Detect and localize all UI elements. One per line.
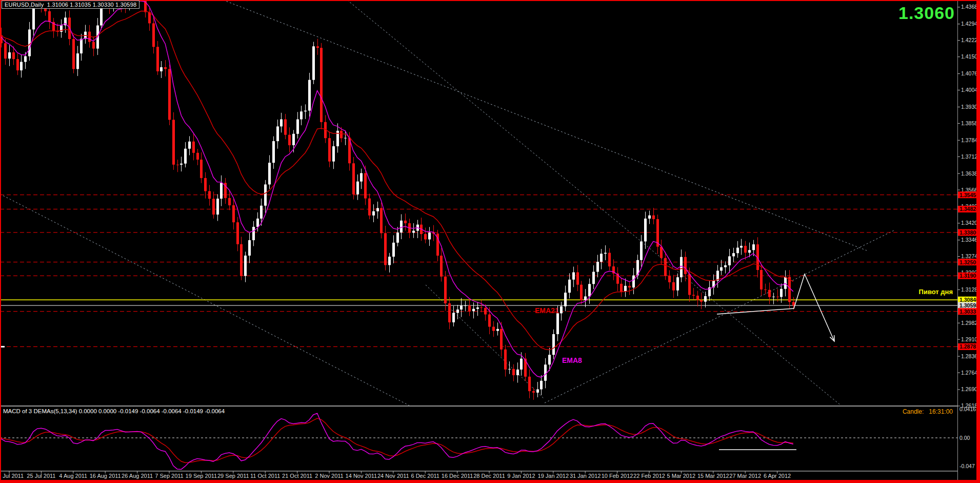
svg-text:26 Aug 2011: 26 Aug 2011 [122,473,153,479]
svg-text:1.35450: 1.35450 [959,192,979,198]
svg-text:6 Apr 2012: 6 Apr 2012 [764,473,791,479]
mt4-chart-window: 1.436861.429461.422261.415061.407661.400… [0,0,980,483]
pivot-day-annotation: Пивот дня [919,288,953,296]
svg-text:2 Nov 2011: 2 Nov 2011 [315,473,343,479]
svg-text:-0.047: -0.047 [959,463,975,469]
candle-countdown-caption: Candle: [903,408,924,415]
svg-text:16 Dec 2011: 16 Dec 2011 [442,473,473,479]
candle-countdown: Candle: 16:31:00 [903,408,953,415]
svg-text:14 Nov 2011: 14 Nov 2011 [346,473,377,479]
svg-text:0.0416: 0.0416 [959,406,976,412]
svg-text:31 Jan 2012: 31 Jan 2012 [570,473,601,479]
big-bid-price: 1.3060 [898,3,955,23]
svg-text:1.28787: 1.28787 [959,343,979,350]
svg-text:1.30598: 1.30598 [959,302,979,308]
macd-indicator-label: MACD of 3 DEMAs(5,13,34) 0.0000 0.0000 -… [3,408,225,414]
svg-text:13 Jul 2011: 13 Jul 2011 [0,473,24,479]
ema21-annotation: EMA21 [535,306,559,315]
svg-text:4 Aug 2011: 4 Aug 2011 [59,473,87,479]
svg-text:25 Jul 2011: 25 Jul 2011 [27,473,55,479]
svg-text:21 Oct 2011: 21 Oct 2011 [282,473,312,479]
svg-text:5 Mar 2012: 5 Mar 2012 [667,473,696,479]
svg-text:1.33800: 1.33800 [959,229,979,236]
svg-text:29 Sep 2011: 29 Sep 2011 [217,473,249,479]
svg-text:11 Oct 2011: 11 Oct 2011 [250,473,280,479]
svg-text:28 Dec 2011: 28 Dec 2011 [473,473,505,479]
svg-text:6 Dec 2011: 6 Dec 2011 [411,473,439,479]
svg-text:1.30335: 1.30335 [959,308,979,315]
svg-text:24 Nov 2011: 24 Nov 2011 [377,473,409,479]
candle-countdown-value: 16:31:00 [929,408,953,415]
time-axis[interactable]: 13 Jul 201125 Jul 20114 Aug 201116 Aug 2… [0,471,791,479]
svg-text:9 Jan 2012: 9 Jan 2012 [507,473,535,479]
svg-text:16 Aug 2011: 16 Aug 2011 [90,473,121,479]
svg-text:1.32500: 1.32500 [959,259,979,265]
svg-text:19 Sep 2011: 19 Sep 2011 [186,473,217,479]
svg-text:7 Sep 2011: 7 Sep 2011 [155,473,183,479]
ema8-annotation: EMA8 [562,356,582,364]
symbol-ohlc-label: EURUSD,Daily 1.31006 1.31035 1.30330 1.3… [2,1,139,9]
svg-text:19 Jan 2012: 19 Jan 2012 [538,473,569,479]
svg-text:22 Feb 2012: 22 Feb 2012 [633,473,665,479]
svg-text:0.00: 0.00 [959,435,970,441]
svg-text:15 Mar 2012: 15 Mar 2012 [697,473,729,479]
svg-text:1.31900: 1.31900 [959,273,979,279]
svg-text:1.34824: 1.34824 [959,206,979,212]
svg-text:10 Feb 2012: 10 Feb 2012 [602,473,633,479]
svg-text:27 Mar 2012: 27 Mar 2012 [729,473,761,479]
